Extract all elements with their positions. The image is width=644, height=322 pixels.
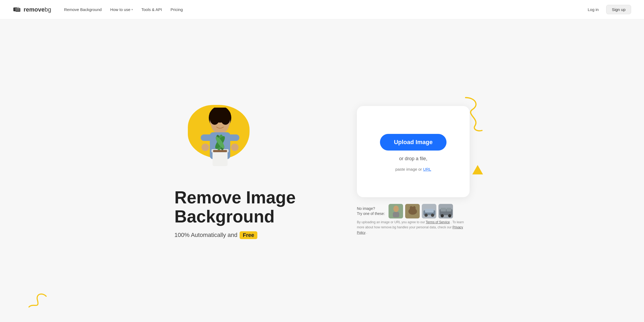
svg-point-40	[448, 214, 451, 217]
sample-images	[388, 204, 453, 219]
squiggle-top-decoration	[459, 95, 491, 133]
svg-point-39	[441, 214, 444, 217]
svg-rect-11	[228, 134, 239, 141]
hero-image-container	[174, 102, 260, 177]
logo-icon	[13, 5, 21, 14]
url-link[interactable]: URL	[423, 167, 431, 171]
svg-point-28	[410, 206, 412, 210]
svg-point-7	[210, 112, 219, 125]
sample-label: No image? Try one of these:	[357, 206, 385, 217]
nav-pricing[interactable]: Pricing	[171, 7, 183, 12]
free-badge: Free	[240, 231, 257, 239]
how-to-use-chevron-icon: ▾	[131, 8, 133, 11]
svg-rect-10	[201, 134, 213, 141]
terms-of-service-link[interactable]: Terms of Service	[426, 220, 450, 224]
nav-links: Remove Background How to use ▾ Tools & A…	[64, 7, 584, 12]
main-content: Remove Image Background 100% Automatical…	[0, 19, 644, 322]
svg-point-33	[425, 214, 428, 217]
svg-point-8	[221, 112, 230, 125]
hero-left: Remove Image Background 100% Automatical…	[174, 102, 335, 239]
navbar: removebg Remove Background How to use ▾ …	[0, 0, 644, 19]
svg-rect-32	[425, 209, 434, 213]
svg-rect-24	[393, 212, 399, 217]
logo-text: removebg	[24, 7, 51, 13]
svg-point-13	[231, 144, 239, 151]
nav-how-to-use[interactable]: How to use ▾	[110, 7, 133, 12]
sample-section: No image? Try one of these:	[357, 204, 470, 219]
logo[interactable]: removebg	[13, 5, 51, 14]
login-button[interactable]: Log in	[584, 5, 602, 14]
drop-text: or drop a file,	[399, 156, 427, 162]
hero-subtitle: 100% Automatically and Free	[174, 231, 335, 239]
svg-rect-37	[441, 208, 446, 211]
hero-person-image	[191, 108, 252, 177]
sample-thumb-animal[interactable]	[405, 204, 420, 219]
squiggle-bottom-decoration	[27, 290, 48, 311]
svg-marker-21	[472, 165, 483, 174]
person-with-plant-svg	[191, 108, 250, 177]
sample-thumb-car[interactable]	[422, 204, 437, 219]
upload-card: Upload Image or drop a file, paste image…	[357, 106, 470, 197]
triangle-decoration	[472, 165, 483, 177]
terms-text: By uploading an image or URL you agree t…	[357, 220, 470, 235]
signup-button[interactable]: Sign up	[606, 5, 631, 14]
paste-url-text: paste image or URL	[395, 167, 431, 172]
nav-remove-background[interactable]: Remove Background	[64, 7, 102, 12]
hero-headline: Remove Image Background	[174, 188, 335, 226]
svg-rect-2	[14, 7, 19, 11]
svg-rect-38	[447, 208, 451, 211]
hero-right: Upload Image or drop a file, paste image…	[357, 106, 470, 235]
svg-point-29	[413, 206, 416, 210]
svg-rect-20	[213, 150, 227, 152]
upload-image-button[interactable]: Upload Image	[380, 134, 447, 151]
svg-point-12	[202, 144, 209, 151]
svg-point-23	[393, 206, 399, 212]
nav-tools-api[interactable]: Tools & API	[141, 7, 162, 12]
nav-actions: Log in Sign up	[584, 5, 631, 14]
svg-point-34	[431, 214, 434, 217]
sample-thumb-vehicle[interactable]	[438, 204, 453, 219]
sample-thumb-person[interactable]	[388, 204, 403, 219]
